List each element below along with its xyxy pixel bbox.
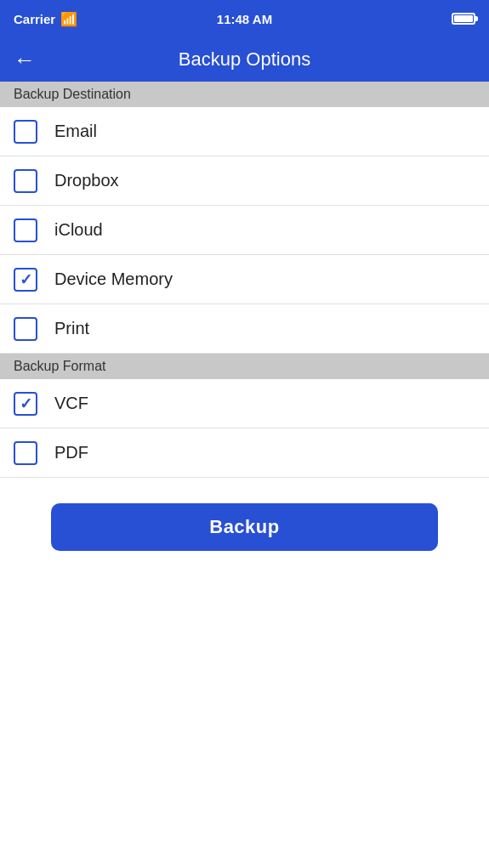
checkbox-pdf[interactable] (14, 441, 37, 465)
list-item-device-memory[interactable]: Device Memory (0, 255, 489, 304)
checkbox-email[interactable] (14, 120, 37, 144)
list-item-dropbox[interactable]: Dropbox (0, 156, 489, 206)
list-item-print[interactable]: Print (0, 304, 489, 354)
checkbox-device-memory[interactable] (14, 268, 37, 292)
checkbox-print[interactable] (14, 317, 37, 341)
status-bar: Carrier 📶 11:48 AM (0, 0, 489, 37)
list-item-icloud[interactable]: iCloud (0, 206, 489, 255)
nav-header: ← Backup Options (0, 37, 489, 82)
list-item-vcf[interactable]: VCF (0, 379, 489, 428)
carrier-label: Carrier 📶 (14, 11, 77, 27)
section-header-backup-destination: Backup Destination (0, 82, 489, 107)
label-print: Print (54, 319, 89, 338)
label-email: Email (54, 122, 97, 141)
list-item-email[interactable]: Email (0, 107, 489, 156)
content-area: Backup Destination Email Dropbox iCloud … (0, 82, 489, 576)
label-device-memory: Device Memory (54, 269, 173, 289)
page-title: Backup Options (179, 48, 310, 71)
back-button[interactable]: ← (14, 47, 36, 73)
time-label: 11:48 AM (217, 12, 272, 26)
battery-area (452, 13, 475, 25)
label-pdf: PDF (54, 443, 88, 462)
list-item-pdf[interactable]: PDF (0, 428, 489, 478)
carrier-text: Carrier (14, 12, 55, 26)
label-vcf: VCF (54, 394, 88, 413)
checkbox-dropbox[interactable] (14, 169, 37, 193)
checkbox-vcf[interactable] (14, 392, 37, 416)
backup-button[interactable]: Backup (51, 503, 438, 551)
backup-button-container: Backup (0, 478, 489, 576)
label-icloud: iCloud (54, 220, 103, 240)
label-dropbox: Dropbox (54, 171, 119, 190)
battery-icon (452, 13, 475, 25)
wifi-icon: 📶 (60, 11, 77, 27)
checkbox-icloud[interactable] (14, 218, 37, 242)
section-header-backup-format: Backup Format (0, 354, 489, 379)
